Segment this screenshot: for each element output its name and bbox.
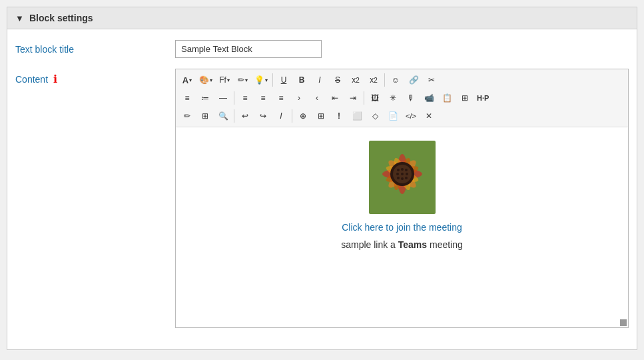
editor-content[interactable]: Click here to join the meeting sample li… bbox=[176, 127, 628, 327]
content-label: Content ℹ bbox=[15, 69, 175, 85]
subscript-btn[interactable]: x2 bbox=[347, 72, 364, 88]
content-field: A▾ 🎨▾ Ff▾ ✏▾ 💡▾ U bbox=[175, 69, 629, 328]
svg-point-15 bbox=[401, 173, 404, 175]
body-text: sample link a Teams meeting bbox=[189, 239, 615, 250]
body-text-bold: Teams bbox=[398, 239, 427, 250]
title-field bbox=[175, 40, 629, 58]
title-label: Text block title bbox=[15, 40, 175, 55]
code-btn[interactable]: </> bbox=[402, 108, 420, 124]
clear-format-btn[interactable]: ✕ bbox=[420, 108, 438, 124]
body-text-prefix: sample link a bbox=[341, 239, 398, 250]
align-center-btn[interactable]: ≡ bbox=[254, 90, 272, 106]
resize-handle[interactable] bbox=[620, 319, 627, 326]
toolbar-row-2: ≡ ≔ — ≡ ≡ ≡ › ‹ ⇤ ⇥ 🖼 bbox=[178, 89, 625, 107]
separator bbox=[292, 109, 292, 123]
required-icon: ℹ bbox=[53, 73, 57, 85]
separator bbox=[384, 73, 385, 87]
block-format-btn[interactable]: ⬜ bbox=[348, 108, 366, 124]
hr-btn[interactable]: — bbox=[214, 90, 232, 106]
audio-btn[interactable]: 🎙 bbox=[402, 90, 420, 106]
insert-special-btn[interactable]: ⊕ bbox=[294, 108, 312, 124]
toolbar: A▾ 🎨▾ Ff▾ ✏▾ 💡▾ U bbox=[176, 69, 628, 127]
table-btn[interactable]: ⊞ bbox=[456, 90, 474, 106]
hp-btn[interactable]: H·P bbox=[474, 90, 491, 106]
toolbar-row-3: ✏ ⊞ 🔍 ↩ ↪ I ⊕ ⊞ ! ⬜ ◇ bbox=[178, 107, 625, 125]
separator bbox=[234, 91, 234, 105]
document-btn[interactable]: 📄 bbox=[384, 108, 402, 124]
title-input[interactable] bbox=[175, 40, 322, 58]
separator bbox=[234, 109, 234, 123]
svg-point-13 bbox=[405, 169, 408, 171]
paste-btn[interactable]: 📋 bbox=[438, 90, 456, 106]
svg-point-18 bbox=[401, 177, 404, 180]
image-btn[interactable]: 🖼 bbox=[366, 90, 384, 106]
superscript-btn[interactable]: x2 bbox=[365, 72, 382, 88]
indent-right-btn[interactable]: › bbox=[290, 90, 308, 106]
svg-point-19 bbox=[405, 177, 408, 179]
style-btn[interactable]: 💡▾ bbox=[252, 72, 270, 88]
indent-left-btn[interactable]: ‹ bbox=[308, 90, 326, 106]
sunflower-image bbox=[369, 141, 436, 214]
italic-btn[interactable]: I bbox=[311, 72, 328, 88]
block-settings-panel: ▼ Block settings Text block title Conten… bbox=[7, 7, 637, 350]
body-text-suffix: meeting bbox=[427, 239, 463, 250]
unordered-list-btn[interactable]: ≡ bbox=[178, 90, 196, 106]
strikethrough-btn[interactable]: S bbox=[329, 72, 346, 88]
decrease-indent-btn[interactable]: ⇤ bbox=[326, 90, 344, 106]
special-char-btn[interactable]: ✳ bbox=[384, 90, 402, 106]
content-row: Content ℹ A▾ 🎨▾ Ff▾ bbox=[15, 69, 629, 328]
increase-indent-btn[interactable]: ⇥ bbox=[344, 90, 362, 106]
font-family-btn[interactable]: Ff▾ bbox=[216, 72, 233, 88]
video-btn[interactable]: 📹 bbox=[420, 90, 438, 106]
editor-wrapper: A▾ 🎨▾ Ff▾ ✏▾ 💡▾ U bbox=[175, 69, 629, 328]
alert-btn[interactable]: ! bbox=[330, 108, 348, 124]
panel-body: Text block title Content ℹ A▾ bbox=[7, 29, 637, 349]
grid2-btn[interactable]: ⊞ bbox=[312, 108, 330, 124]
link-btn[interactable]: 🔗 bbox=[405, 72, 422, 88]
toolbar-row-1: A▾ 🎨▾ Ff▾ ✏▾ 💡▾ U bbox=[178, 71, 625, 89]
redo-btn[interactable]: ↪ bbox=[254, 108, 272, 124]
ordered-list-btn[interactable]: ≔ bbox=[196, 90, 214, 106]
undo-btn[interactable]: ↩ bbox=[236, 108, 254, 124]
find-btn[interactable]: 🔍 bbox=[214, 108, 232, 124]
emoji-btn[interactable]: ☺ bbox=[387, 72, 404, 88]
underline-btn[interactable]: U bbox=[275, 72, 292, 88]
svg-point-16 bbox=[406, 173, 408, 175]
meeting-link[interactable]: Click here to join the meeting bbox=[189, 222, 615, 233]
title-row: Text block title bbox=[15, 40, 629, 58]
highlight-btn[interactable]: ✏▾ bbox=[234, 72, 251, 88]
svg-point-11 bbox=[397, 169, 400, 171]
bold-btn[interactable]: B bbox=[293, 72, 310, 88]
svg-point-12 bbox=[401, 168, 404, 171]
color-btn[interactable]: 🎨▾ bbox=[196, 72, 215, 88]
svg-point-14 bbox=[396, 173, 399, 175]
panel-title: Block settings bbox=[29, 13, 93, 23]
svg-point-17 bbox=[397, 177, 400, 179]
chevron-icon: ▼ bbox=[15, 13, 24, 23]
font-size-btn[interactable]: A▾ bbox=[178, 72, 196, 88]
cursor-btn[interactable]: I bbox=[272, 108, 290, 124]
align-left-btn[interactable]: ≡ bbox=[236, 90, 254, 106]
panel-header: ▼ Block settings bbox=[7, 7, 637, 29]
edit-mode-btn[interactable]: ✏ bbox=[178, 108, 196, 124]
shape-btn[interactable]: ◇ bbox=[366, 108, 384, 124]
separator bbox=[272, 73, 273, 87]
unlink-btn[interactable]: ✂ bbox=[423, 72, 440, 88]
separator bbox=[364, 91, 364, 105]
grid-btn[interactable]: ⊞ bbox=[196, 108, 214, 124]
align-right-btn[interactable]: ≡ bbox=[272, 90, 290, 106]
